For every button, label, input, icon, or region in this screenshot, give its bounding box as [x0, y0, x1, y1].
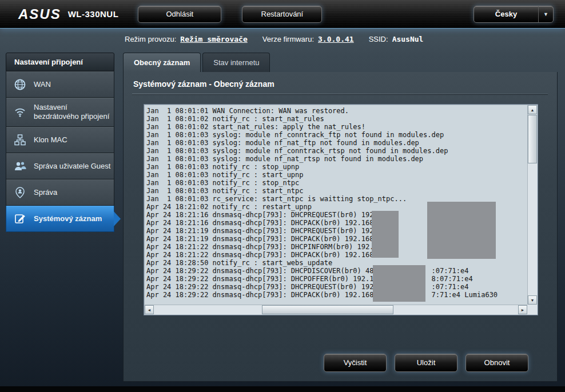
- asus-logo: ASUS: [18, 6, 61, 22]
- action-button-row: Vyčistit Uložit Obnovit: [324, 354, 528, 372]
- sidebar-item-wireless[interactable]: Nastavení bezdrátového připojení: [6, 98, 114, 127]
- sidebar-item-administration[interactable]: Správa: [6, 179, 114, 206]
- language-dropdown[interactable]: Česky ▼: [474, 6, 554, 23]
- sidebar-nav: Nastavení připojení WAN Nastavení bezdrá…: [6, 53, 114, 232]
- vertical-scrollbar[interactable]: ▲ ▼: [527, 105, 537, 305]
- firmware-version-link[interactable]: 3.0.0.41: [318, 35, 354, 43]
- ssid-value: AsusNul: [392, 35, 424, 43]
- scroll-left-icon[interactable]: ◄: [145, 305, 154, 314]
- tab-bar: Obecný záznam Stav internetu: [123, 53, 270, 72]
- redacted-area: [373, 265, 425, 302]
- scroll-up-icon[interactable]: ▲: [528, 105, 537, 114]
- sidebar-item-label: Klon MAC: [34, 135, 67, 145]
- status-info-bar: Režim provozu: Režim směrovače Verze fir…: [0, 29, 565, 49]
- chevron-down-icon: ▼: [538, 6, 553, 22]
- administration-icon: [11, 186, 29, 199]
- sidebar-item-mac-clone[interactable]: Klon MAC: [6, 127, 114, 153]
- firmware-label: Verze firmwaru:: [262, 35, 314, 43]
- title-divider: [132, 94, 548, 94]
- save-button[interactable]: Uložit: [395, 354, 457, 372]
- reboot-button[interactable]: Restartování: [242, 6, 322, 23]
- bottom-bar: [0, 386, 565, 392]
- router-admin-page: ASUS WL-330NUL Odhlásit Restartování Čes…: [0, 0, 565, 392]
- top-bar: ASUS WL-330NUL Odhlásit Restartování Čes…: [0, 0, 565, 29]
- sidebar-header: Nastavení připojení: [6, 53, 114, 71]
- sidebar-item-label: Nastavení bezdrátového připojení: [34, 103, 112, 121]
- clear-button[interactable]: Vyčistit: [324, 354, 387, 372]
- sidebar-item-wan[interactable]: WAN: [6, 71, 114, 98]
- sidebar-item-label: WAN: [34, 80, 51, 89]
- scrollbar-corner: [527, 305, 537, 314]
- tab-general-log[interactable]: Obecný záznam: [123, 53, 201, 72]
- tab-internet-status[interactable]: Stav internetu: [202, 53, 270, 72]
- sidebar-item-guest-user[interactable]: Správa uživatele Guest: [6, 153, 114, 179]
- horizontal-scrollbar-thumb[interactable]: [262, 305, 393, 314]
- redacted-area: [372, 211, 399, 258]
- page-title: Systémový záznam - Obecný záznam: [124, 72, 557, 89]
- scroll-right-icon[interactable]: ►: [518, 305, 527, 314]
- refresh-button[interactable]: Obnovit: [465, 354, 528, 372]
- ssid-label: SSID:: [369, 35, 388, 43]
- sidebar-item-label: Správa uživatele Guest: [34, 162, 110, 171]
- sidebar-item-label: Správa: [34, 188, 57, 197]
- logout-button[interactable]: Odhlásit: [138, 6, 221, 23]
- model-name: WL-330NUL: [68, 9, 119, 19]
- system-log-viewer[interactable]: Jan 1 08:01:01 WAN Connection: WAN was r…: [144, 104, 538, 315]
- wireless-icon: [11, 106, 29, 118]
- system-log-icon: [11, 213, 29, 225]
- sidebar-item-label: Systémový záznam: [34, 214, 102, 223]
- mac-clone-icon: [11, 134, 29, 146]
- content-panel: Systémový záznam - Obecný záznam Jan 1 0…: [123, 72, 558, 382]
- globe-icon: [11, 78, 29, 91]
- guest-users-icon: [11, 160, 29, 173]
- redacted-area: [427, 202, 496, 259]
- operation-mode-link[interactable]: Režim směrovače: [180, 35, 247, 43]
- vertical-scrollbar-thumb[interactable]: [528, 115, 537, 163]
- scroll-down-icon[interactable]: ▼: [528, 295, 537, 305]
- horizontal-scrollbar[interactable]: ◄ ►: [145, 305, 527, 314]
- language-selected: Česky: [474, 10, 538, 18]
- sidebar-item-system-log[interactable]: Systémový záznam: [6, 206, 114, 232]
- operation-mode-label: Režim provozu:: [125, 35, 176, 43]
